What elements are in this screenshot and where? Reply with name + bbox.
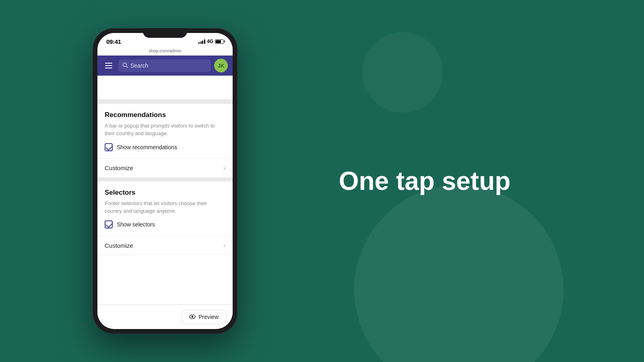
show-recommendations-checkbox[interactable] [105, 143, 113, 151]
show-selectors-row: Show selectors [105, 220, 225, 236]
tagline-text: One tap setup [339, 167, 511, 195]
preview-eye-icon [189, 314, 196, 320]
section-divider-top [97, 100, 233, 104]
show-recommendations-label: Show recommendations [117, 144, 177, 150]
bg-circle-large [354, 185, 564, 362]
user-avatar[interactable]: JK [214, 59, 228, 72]
svg-line-1 [126, 66, 128, 68]
avatar-initials: JK [218, 63, 225, 69]
search-icon [122, 62, 128, 69]
network-indicator: 4G [207, 39, 213, 44]
recommendations-customize-row[interactable]: Customize › [97, 158, 233, 177]
search-placeholder: Search [130, 62, 148, 69]
top-spacer [97, 76, 233, 100]
phone-screen: 09:41 4G shop.com/admin [97, 33, 233, 329]
recommendations-chevron-icon: › [223, 165, 225, 172]
search-bar[interactable]: Search [118, 60, 211, 72]
recommendations-section: Recommendations A bar or popup that prom… [97, 104, 233, 158]
selectors-customize-row[interactable]: Customize › [97, 236, 233, 255]
tagline-area: One tap setup [237, 167, 644, 195]
preview-button[interactable]: Preview [182, 310, 226, 324]
show-selectors-label: Show selectors [117, 221, 155, 228]
url-text: shop.com/admin [149, 48, 182, 53]
status-icons: 4G [198, 39, 224, 44]
preview-label: Preview [198, 314, 219, 320]
status-time: 09:41 [106, 38, 121, 45]
phone-device: 09:41 4G shop.com/admin [93, 28, 237, 334]
top-nav: Search JK [97, 56, 233, 76]
show-recommendations-row: Show recommendations [105, 143, 225, 158]
recommendations-customize-label: Customize [105, 165, 133, 171]
recommendations-desc: A bar or popup that prompts visitors to … [105, 122, 225, 138]
svg-point-3 [192, 316, 194, 318]
preview-bar: Preview [97, 304, 233, 329]
battery-icon [215, 39, 224, 44]
selectors-desc: Footer selectors that let visitors choos… [105, 200, 225, 215]
selectors-section: Selectors Footer selectors that let visi… [97, 181, 233, 236]
selectors-title: Selectors [105, 189, 225, 197]
phone-wrapper: 09:41 4G shop.com/admin [93, 28, 237, 334]
recommendations-title: Recommendations [105, 111, 225, 119]
bottom-spacer [97, 255, 233, 304]
selectors-chevron-icon: › [223, 242, 225, 249]
signal-icon [198, 39, 205, 44]
selectors-customize-label: Customize [105, 242, 133, 249]
url-bar: shop.com/admin [97, 47, 233, 56]
section-divider-middle [97, 177, 233, 181]
bg-circle-small [362, 32, 443, 113]
phone-notch [143, 28, 187, 38]
menu-button[interactable] [102, 59, 115, 72]
page-content: Recommendations A bar or popup that prom… [97, 76, 233, 304]
show-selectors-checkbox[interactable] [105, 220, 113, 228]
